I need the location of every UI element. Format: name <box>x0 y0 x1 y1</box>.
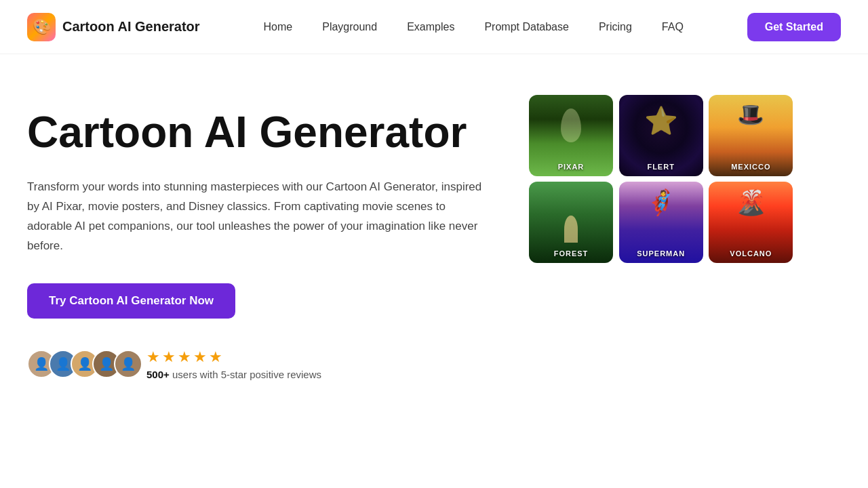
star-1: ★ <box>146 348 160 366</box>
star-5: ★ <box>209 348 222 366</box>
nav-faq[interactable]: FAQ <box>650 16 696 39</box>
hero-right: PIXAR FLERT MEXICCO FOREST SUPERMAN VOLC… <box>529 95 793 263</box>
grid-cell-volcano-label: VOLCANO <box>709 249 793 258</box>
nav-examples[interactable]: Examples <box>395 16 467 39</box>
main-nav: Home Playground Examples Prompt Database… <box>252 16 696 39</box>
logo-icon: 🎨 <box>27 13 56 41</box>
get-started-button[interactable]: Get Started <box>747 13 841 41</box>
reviews-count: 500+ users with 5-star positive reviews <box>146 369 321 380</box>
grid-cell-mexicco: MEXICCO <box>709 95 793 176</box>
grid-cell-mexicco-label: MEXICCO <box>709 163 793 171</box>
star-3: ★ <box>178 348 191 366</box>
reviews-suffix: users with 5-star positive reviews <box>170 369 321 380</box>
brand-logo-area: 🎨 Cartoon AI Generator <box>27 13 200 41</box>
hero-left: Cartoon AI Generator Transform your word… <box>27 95 488 380</box>
nav-home[interactable]: Home <box>252 16 305 39</box>
reviews-section: 👤 👤 👤 👤 👤 ★ ★ ★ ★ ★ 500+ users with 5-st… <box>27 348 488 380</box>
nav-playground[interactable]: Playground <box>310 16 389 39</box>
grid-cell-flert: FLERT <box>619 95 703 176</box>
reviews-text: ★ ★ ★ ★ ★ 500+ users with 5-star positiv… <box>146 348 321 380</box>
main-content: Cartoon AI Generator Transform your word… <box>0 54 868 407</box>
grid-cell-forest: FOREST <box>529 182 613 263</box>
hero-description: Transform your words into stunning maste… <box>27 178 488 256</box>
star-4: ★ <box>193 348 207 366</box>
grid-cell-superman-label: SUPERMAN <box>619 249 703 258</box>
star-2: ★ <box>162 348 176 366</box>
grid-cell-superman: SUPERMAN <box>619 182 703 263</box>
star-rating: ★ ★ ★ ★ ★ <box>146 348 321 366</box>
grid-cell-volcano: VOLCANO <box>709 182 793 263</box>
header: 🎨 Cartoon AI Generator Home Playground E… <box>0 0 868 54</box>
hero-title: Cartoon AI Generator <box>27 108 488 156</box>
brand-name: Cartoon AI Generator <box>62 19 200 35</box>
grid-cell-pixar-label: PIXAR <box>529 163 613 171</box>
avatar-stack: 👤 👤 👤 👤 👤 <box>27 350 136 378</box>
grid-cell-flert-label: FLERT <box>619 163 703 171</box>
reviews-number: 500+ <box>146 369 170 380</box>
avatar-5: 👤 <box>114 350 142 378</box>
nav-pricing[interactable]: Pricing <box>587 16 644 39</box>
grid-cell-pixar: PIXAR <box>529 95 613 176</box>
nav-prompt-database[interactable]: Prompt Database <box>472 16 581 39</box>
try-cta-button[interactable]: Try Cartoon AI Generator Now <box>27 283 235 319</box>
grid-cell-forest-label: FOREST <box>529 249 613 258</box>
image-grid: PIXAR FLERT MEXICCO FOREST SUPERMAN VOLC… <box>529 95 793 263</box>
